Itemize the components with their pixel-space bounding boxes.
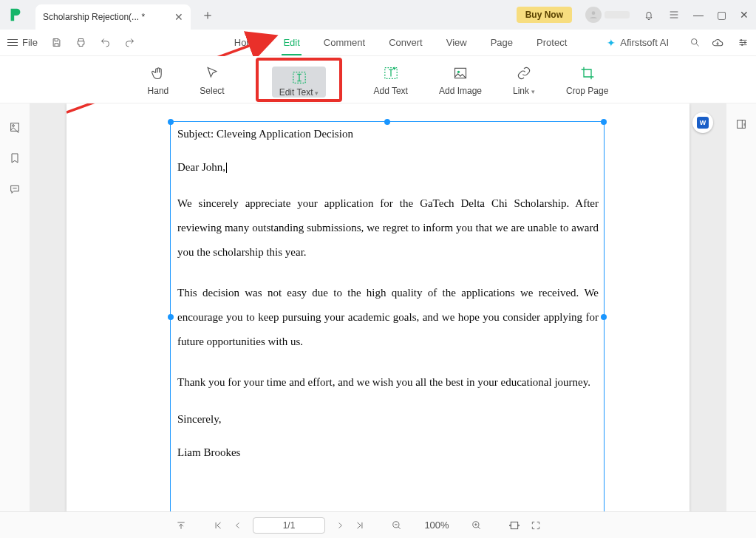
file-menu[interactable]: File — [7, 37, 38, 48]
add-text-icon — [383, 64, 399, 83]
print-icon[interactable] — [75, 37, 86, 48]
zoom-out-icon[interactable] — [392, 520, 402, 531]
document-tab[interactable]: Scholarship Rejection(... * ✕ — [35, 4, 191, 30]
panel-toggle-icon[interactable] — [735, 118, 747, 130]
svg-rect-10 — [11, 123, 19, 132]
hamburger-icon[interactable] — [668, 9, 680, 21]
tab-convert[interactable]: Convert — [387, 37, 424, 48]
chevron-down-icon: ▾ — [315, 89, 319, 97]
new-tab-button[interactable]: ＋ — [201, 6, 214, 24]
tool-add-image[interactable]: Add Image — [439, 64, 482, 96]
scroll-top-icon[interactable] — [176, 520, 186, 531]
resize-handle[interactable] — [384, 119, 390, 125]
cursor-icon — [205, 64, 219, 83]
statusbar: 100% — [0, 511, 756, 538]
resize-handle[interactable] — [168, 314, 174, 320]
salutation: Dear John, — [177, 159, 599, 176]
tab-edit[interactable]: Edit — [282, 37, 301, 48]
tool-select[interactable]: Select — [200, 64, 224, 96]
svg-point-1 — [692, 39, 698, 45]
left-rail — [0, 103, 30, 511]
minimize-button[interactable]: — — [693, 9, 704, 21]
hand-icon — [151, 64, 166, 83]
edit-toolbar: Hand Select Edit Text▾ Add Text Add Imag… — [0, 56, 756, 103]
avatar-icon — [585, 7, 602, 23]
account-name-placeholder — [605, 11, 630, 18]
svg-point-11 — [13, 125, 15, 127]
closing: Sincerely, — [177, 411, 599, 428]
svg-rect-12 — [738, 120, 746, 129]
bookmark-icon[interactable] — [9, 152, 21, 164]
undo-icon[interactable] — [100, 37, 111, 48]
redo-icon[interactable] — [124, 37, 135, 48]
svg-point-3 — [744, 42, 746, 44]
signature: Liam Brookes — [177, 444, 599, 461]
tab-close-icon[interactable]: ✕ — [174, 11, 183, 23]
app-logo — [6, 5, 25, 24]
tab-title: Scholarship Rejection(... * — [43, 12, 145, 22]
next-page-icon[interactable] — [336, 521, 344, 530]
resize-handle[interactable] — [168, 119, 174, 125]
tab-page[interactable]: Page — [489, 37, 514, 48]
comment-icon[interactable] — [9, 183, 21, 195]
tool-hand[interactable]: Hand — [148, 64, 169, 96]
tool-add-text[interactable]: Add Text — [373, 64, 407, 96]
thumbnails-icon[interactable] — [9, 121, 21, 133]
file-burger-icon — [7, 37, 18, 48]
svg-point-2 — [740, 39, 742, 41]
fit-width-icon[interactable] — [508, 520, 520, 531]
link-icon — [517, 64, 531, 83]
titlebar: Scholarship Rejection(... * ✕ ＋ Buy Now … — [0, 0, 756, 30]
document-content[interactable]: Subject: Cleveing Application Decision D… — [177, 126, 599, 477]
first-page-icon[interactable] — [213, 520, 223, 531]
body-para-3: Thank you for your time and effort, and … — [177, 370, 599, 395]
buy-now-button[interactable]: Buy Now — [517, 7, 572, 23]
document-canvas[interactable]: Subject: Cleveing Application Decision D… — [30, 103, 726, 511]
svg-point-0 — [592, 11, 596, 15]
tool-link[interactable]: Link▾ — [513, 64, 535, 96]
zoom-in-icon[interactable] — [471, 520, 482, 531]
tool-edit-text[interactable]: Edit Text▾ — [256, 58, 343, 102]
account-chip[interactable] — [585, 7, 630, 23]
menubar: File Home Edit Comment Convert View Page… — [0, 30, 756, 56]
export-word-button[interactable]: W — [692, 112, 713, 133]
fit-page-icon[interactable] — [531, 520, 541, 531]
workspace: Subject: Cleveing Application Decision D… — [0, 103, 756, 511]
svg-rect-15 — [511, 522, 517, 528]
ai-button[interactable]: ✦ Afirstsoft AI — [607, 37, 669, 49]
tab-home[interactable]: Home — [233, 37, 262, 48]
tool-crop-page[interactable]: Crop Page — [566, 64, 608, 96]
resize-handle[interactable] — [601, 314, 607, 320]
settings-sliders-icon[interactable] — [738, 37, 749, 48]
cloud-icon[interactable] — [711, 38, 724, 48]
edit-text-icon — [279, 68, 319, 87]
crop-icon — [580, 64, 595, 83]
save-icon[interactable] — [51, 37, 62, 48]
right-rail — [726, 103, 756, 511]
svg-point-8 — [457, 70, 460, 72]
last-page-icon[interactable] — [355, 520, 365, 531]
word-icon: W — [697, 117, 709, 129]
prev-page-icon[interactable] — [234, 521, 242, 530]
maximize-button[interactable]: ▢ — [717, 9, 726, 21]
bell-icon[interactable] — [643, 9, 655, 21]
tab-protect[interactable]: Protect — [535, 37, 568, 48]
subject-line: Subject: Cleveing Application Decision — [177, 126, 599, 143]
zoom-level[interactable]: 100% — [412, 520, 461, 531]
page-input[interactable] — [253, 517, 325, 534]
chevron-down-icon: ▾ — [531, 88, 535, 95]
add-image-icon — [453, 64, 468, 83]
body-para-1: We sincerely appreciate your application… — [177, 191, 599, 265]
svg-point-4 — [741, 44, 743, 46]
resize-handle[interactable] — [601, 119, 607, 125]
close-window-button[interactable]: ✕ — [740, 9, 749, 21]
tab-comment[interactable]: Comment — [322, 37, 367, 48]
body-para-2: This decision was not easy due to the hi… — [177, 281, 599, 354]
tab-view[interactable]: View — [445, 37, 469, 48]
sparkle-icon: ✦ — [607, 37, 616, 49]
search-icon[interactable] — [689, 37, 701, 48]
